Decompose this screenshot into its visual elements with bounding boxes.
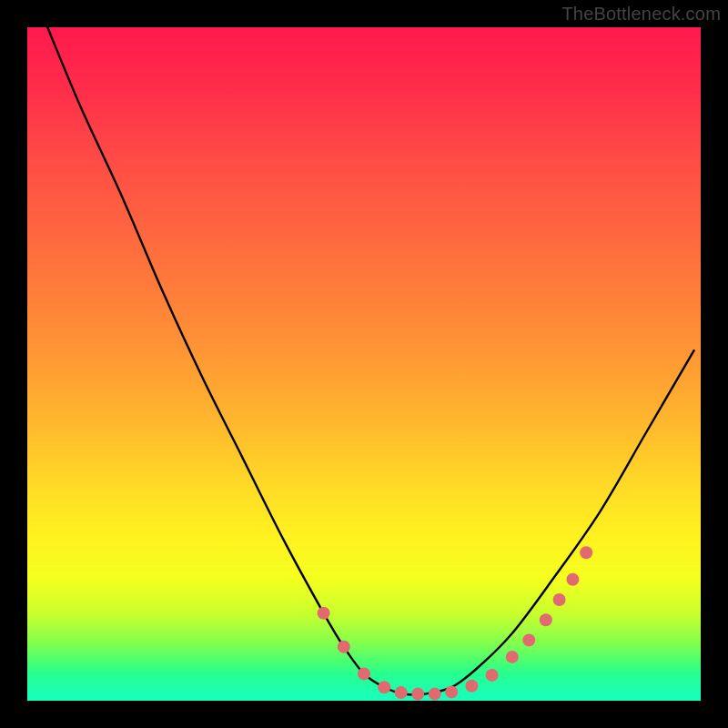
marker-dot (486, 669, 499, 682)
marker-dot (411, 688, 424, 701)
marker-dot (540, 613, 552, 626)
curve-svg (27, 27, 701, 701)
marker-dot (522, 633, 535, 646)
watermark-text: TheBottleneck.com (561, 4, 721, 25)
marker-dot (378, 681, 390, 693)
marker-dot (506, 651, 519, 663)
marker-dot (465, 680, 478, 693)
plot-area (27, 27, 701, 701)
marker-dot (318, 607, 330, 620)
marker-dot (358, 667, 370, 680)
chart-frame: TheBottleneck.com (0, 0, 728, 728)
marker-dot (395, 686, 408, 699)
bottleneck-curve (47, 27, 693, 695)
highlight-markers (318, 546, 593, 700)
marker-dot (580, 546, 592, 559)
marker-dot (553, 593, 566, 606)
marker-dot (429, 688, 441, 701)
marker-dot (338, 641, 350, 653)
marker-dot (566, 573, 579, 586)
marker-dot (445, 685, 458, 698)
